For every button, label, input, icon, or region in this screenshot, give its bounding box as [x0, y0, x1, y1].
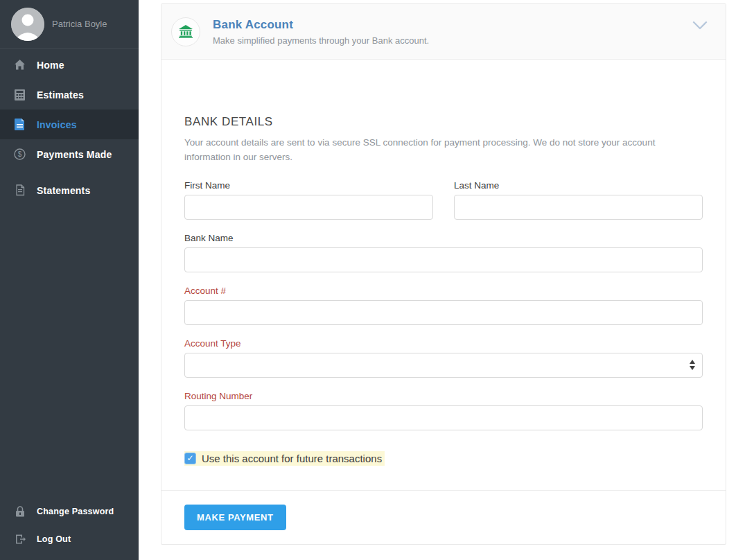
checkbox-checked-icon[interactable]: ✓	[184, 453, 196, 464]
sidebar-item-estimates[interactable]: Estimates	[0, 80, 139, 110]
panel-body: BANK DETAILS Your account details are se…	[161, 60, 726, 490]
bank-name-input[interactable]	[184, 247, 703, 272]
account-number-field: Account #	[184, 286, 703, 325]
sidebar: Patricia Boyle Home Estimates Invoices	[0, 0, 139, 560]
sidebar-item-label: Payments Made	[37, 149, 112, 160]
sidebar-item-home[interactable]: Home	[0, 50, 139, 80]
panel-footer: MAKE PAYMENT	[161, 490, 726, 544]
home-icon	[14, 59, 26, 71]
last-name-label: Last Name	[454, 180, 703, 191]
bank-icon	[171, 17, 200, 46]
logout-label: Log Out	[37, 534, 71, 544]
main-content: Bank Account Make simplified payments th…	[139, 0, 754, 560]
change-password-label: Change Password	[37, 507, 114, 516]
svg-text:$: $	[18, 150, 22, 158]
select-stepper-icon[interactable]	[690, 360, 695, 370]
bank-account-panel: Bank Account Make simplified payments th…	[161, 3, 726, 545]
routing-number-input[interactable]	[184, 405, 703, 430]
make-payment-button[interactable]: MAKE PAYMENT	[184, 505, 286, 530]
chevron-down-icon[interactable]	[692, 21, 708, 33]
future-transactions-label: Use this account for future transactions	[202, 453, 382, 464]
last-name-field: Last Name	[454, 180, 703, 220]
panel-header-text: Bank Account Make simplified payments th…	[213, 18, 429, 46]
app-root: Patricia Boyle Home Estimates Invoices	[0, 0, 754, 560]
sidebar-menu: Home Estimates Invoices $ Payments Made	[0, 49, 139, 205]
sidebar-item-payments-made[interactable]: $ Payments Made	[0, 139, 139, 169]
sidebar-item-label: Estimates	[37, 89, 84, 100]
account-type-field: Account Type	[184, 338, 703, 378]
first-name-label: First Name	[184, 180, 433, 191]
bank-name-label: Bank Name	[184, 233, 703, 243]
user-name: Patricia Boyle	[52, 19, 107, 29]
panel-title: Bank Account	[213, 18, 429, 32]
avatar-person-icon	[11, 8, 44, 41]
dollar-circle-icon: $	[14, 148, 26, 160]
sidebar-spacer	[0, 205, 139, 498]
section-description: Your account details are sent to via sec…	[184, 136, 703, 165]
logout-button[interactable]: Log Out	[0, 525, 139, 553]
account-type-label: Account Type	[184, 338, 703, 349]
bank-name-field: Bank Name	[184, 233, 703, 272]
sidebar-item-label: Invoices	[37, 119, 77, 130]
logout-icon	[14, 534, 26, 545]
sidebar-item-statements[interactable]: Statements	[0, 175, 139, 205]
name-fields-row: First Name Last Name	[184, 180, 703, 233]
bank-details-form: First Name Last Name Bank Name Acc	[184, 180, 703, 466]
calculator-icon	[14, 89, 26, 100]
first-name-field: First Name	[184, 180, 433, 220]
routing-number-field: Routing Number	[184, 391, 703, 430]
sidebar-item-label: Statements	[37, 185, 90, 196]
account-number-input[interactable]	[184, 300, 703, 325]
account-type-select[interactable]	[184, 353, 703, 378]
invoice-document-icon	[14, 119, 26, 130]
change-password-button[interactable]: Change Password	[0, 498, 139, 525]
first-name-input[interactable]	[184, 195, 433, 220]
sidebar-footer: Change Password Log Out	[0, 498, 139, 560]
sidebar-item-label: Home	[37, 60, 64, 71]
statement-document-icon	[14, 184, 26, 196]
panel-header[interactable]: Bank Account Make simplified payments th…	[161, 4, 726, 60]
account-number-label: Account #	[184, 286, 703, 296]
user-profile[interactable]: Patricia Boyle	[0, 0, 139, 48]
last-name-input[interactable]	[454, 195, 703, 220]
lock-icon	[14, 506, 26, 518]
future-transactions-checkbox-row[interactable]: ✓ Use this account for future transactio…	[184, 451, 385, 466]
section-heading: BANK DETAILS	[184, 115, 703, 129]
routing-number-label: Routing Number	[184, 391, 703, 401]
sidebar-item-invoices[interactable]: Invoices	[0, 110, 139, 139]
panel-subtitle: Make simplified payments through your Ba…	[213, 35, 429, 46]
